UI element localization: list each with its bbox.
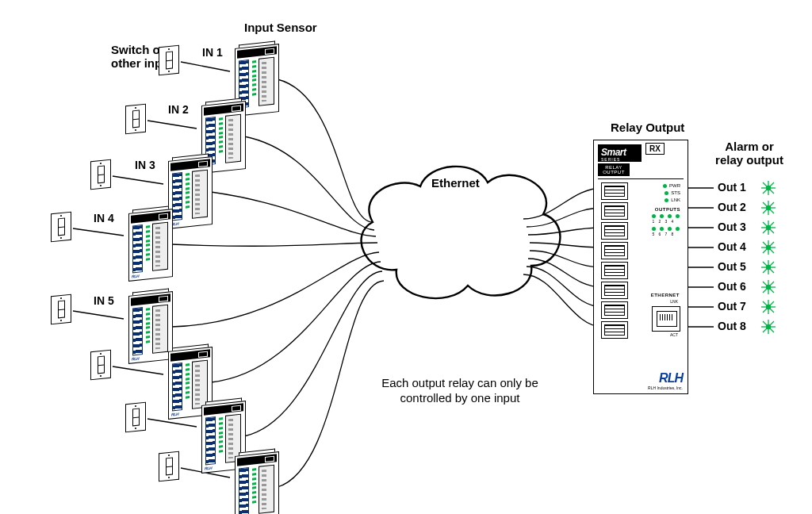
input-module-icon: RLH: [168, 156, 213, 229]
label-in-5: IN 5: [94, 294, 114, 307]
switch-icon: [51, 294, 71, 325]
svg-point-20: [766, 186, 771, 190]
svg-line-3: [73, 228, 124, 236]
alarm-led-icon: [761, 320, 776, 334]
switch-icon: [159, 451, 179, 482]
svg-point-35: [766, 245, 771, 250]
switch-icon: [125, 402, 146, 433]
input-module-icon: RLH: [128, 291, 173, 364]
device-led-panel: PWR STS LNK OUTPUTS 1234 5678: [650, 182, 680, 238]
label-out-8: Out 8: [718, 320, 746, 332]
switch-icon: [159, 45, 179, 76]
svg-point-50: [766, 305, 771, 309]
label-out-1: Out 1: [718, 181, 746, 194]
output-port-icon: [601, 321, 628, 339]
output-port-icon: [601, 222, 628, 240]
svg-line-6: [147, 419, 197, 427]
title-relay-output: Relay Output: [611, 121, 684, 134]
output-port-icon: [601, 202, 628, 220]
svg-point-25: [766, 205, 771, 210]
wiring-svg: [0, 0, 812, 514]
input-module-icon: RLH: [128, 209, 173, 282]
alarm-led-icon: [761, 240, 776, 255]
device-module-label: RELAY OUTPUT: [598, 163, 630, 176]
output-port-icon: [601, 242, 628, 259]
title-ethernet: Ethernet: [431, 176, 480, 190]
switch-icon: [51, 212, 71, 243]
alarm-led-icon: [761, 280, 776, 294]
switch-icon: [90, 159, 111, 190]
label-out-7: Out 7: [718, 300, 746, 313]
alarm-led-icon: [761, 201, 776, 215]
relay-output-device-icon: SmartSERIES RX RELAY OUTPUT PWR STS LNK …: [593, 140, 688, 394]
svg-line-5: [113, 366, 163, 374]
alarm-led-icon: [761, 300, 776, 314]
label-out-3: Out 3: [718, 221, 746, 233]
svg-line-0: [181, 62, 230, 71]
svg-point-55: [766, 324, 771, 329]
alarm-led-icon: [761, 221, 776, 235]
alarm-led-icon: [761, 260, 776, 274]
svg-point-45: [766, 285, 771, 290]
ethernet-jack-icon: ETHERNET LNK ACT: [652, 306, 680, 332]
output-port-icon: [601, 182, 628, 200]
label-out-6: Out 6: [718, 280, 746, 293]
label-in-2: IN 2: [168, 103, 189, 116]
label-in-1: IN 1: [202, 46, 223, 59]
note-footnote: Each output relay can only be controlled…: [365, 376, 555, 406]
label-alarm-note: Alarm or relay output: [714, 140, 785, 167]
device-mode-badge: RX: [645, 143, 665, 155]
svg-point-30: [766, 225, 771, 230]
device-footer: RLH RLH Industries, Inc.: [594, 371, 688, 393]
input-module-icon: RLH: [235, 451, 279, 514]
label-out-5: Out 5: [718, 260, 746, 273]
svg-line-4: [73, 311, 124, 319]
output-port-icon: [601, 282, 628, 299]
output-port-icon: [601, 262, 628, 279]
label-in-4: IN 4: [94, 212, 114, 224]
label-out-4: Out 4: [718, 240, 746, 253]
label-out-2: Out 2: [718, 201, 746, 213]
title-input-sensor: Input Sensor: [244, 21, 317, 34]
svg-line-1: [147, 121, 197, 128]
switch-icon: [125, 104, 146, 135]
svg-line-2: [113, 176, 163, 184]
switch-icon: [90, 350, 111, 381]
alarm-led-icon: [761, 181, 776, 195]
svg-point-40: [766, 265, 771, 270]
label-in-3: IN 3: [135, 159, 155, 171]
label-switch-note: Switch or other input: [111, 43, 159, 71]
output-port-icon: [601, 301, 628, 319]
